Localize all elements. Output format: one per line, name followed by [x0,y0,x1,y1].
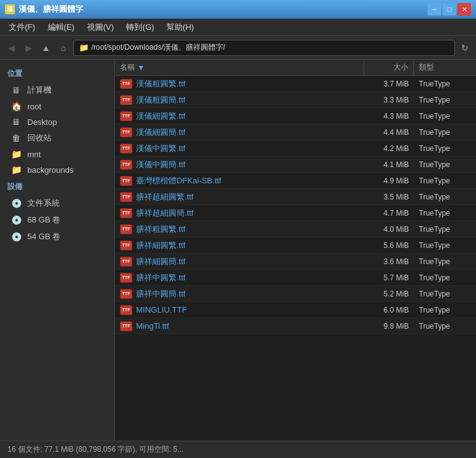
table-row[interactable]: TTF漢儀中圓繁.ttf4.2 MiBTrueType [115,140,476,157]
file-size-cell: 3.6 MiB [364,257,414,266]
sidebar-label-trash: 回收站 [27,132,52,144]
folder-backgrounds-icon: 📁 [10,165,22,175]
file-name-text: 漢儀粗圓簡.ttf [136,94,185,106]
status-bar: 16 個文件: 77.1 MiB (80,798,056 字節), 可用空間: … [0,441,476,458]
up-button[interactable]: ▲ [39,40,53,55]
table-row[interactable]: TTF漢儀粗圓簡.ttf3.3 MiBTrueType [115,92,476,108]
sidebar-section-devices: 設備 [0,178,114,195]
file-type-cell: TrueType [414,96,476,104]
ttf-icon: TTF [120,111,132,121]
file-type-cell: TrueType [414,112,476,121]
forward-button[interactable]: ▶ [21,40,36,55]
file-name-cell: TTF膳祥中圓簡.ttf [115,288,364,300]
monitor-icon: 🖥 [10,85,22,95]
toolbar: ◀ ▶ ▲ ⌂ 📁 /root/spot/Downloads/漢儀、膳祥圓體字/… [0,36,476,60]
file-name-cell: TTF膳祥粗圓繁.ttf [115,224,364,235]
minimize-button[interactable]: ─ [428,3,441,16]
sidebar-label-mnt: mnt [27,150,41,159]
table-row[interactable]: TTFMingTi.ttf9.8 MiBTrueType [115,318,476,334]
close-button[interactable]: ✕ [457,3,471,16]
column-name-header[interactable]: 名稱 ▼ [115,60,364,75]
desktop-icon: 🖥 [10,117,22,127]
file-name-text: 膳祥超細圓簡.ttf [136,208,193,219]
file-size-cell: 3.7 MiB [364,80,414,88]
table-row[interactable]: TTF膳祥中圓簡.ttf5.2 MiBTrueType [115,286,476,302]
file-type-cell: TrueType [414,193,476,201]
menu-help[interactable]: 幫助(H) [160,19,200,35]
file-size-cell: 3.3 MiB [364,96,414,104]
file-name-cell: TTF膳祥細圓繁.ttf [115,240,364,251]
table-row[interactable]: TTF漢儀細圓繁.ttf4.3 MiBTrueType [115,108,476,124]
ttf-icon: TTF [120,289,132,299]
column-size-header[interactable]: 大小 [364,60,414,75]
table-row[interactable]: TTF膳祥細圓繁.ttf5.6 MiBTrueType [115,237,476,254]
file-name-cell: TTF膳祥超細圓繁.ttf [115,191,364,203]
file-name-cell: TTF臺灣標楷體DFKai-SB.ttf [115,175,364,186]
table-row[interactable]: TTF臺灣標楷體DFKai-SB.ttf4.9 MiBTrueType [115,173,476,189]
file-name-cell: TTF漢儀中圓簡.ttf [115,159,364,170]
table-row[interactable]: TTF膳祥粗圓繁.ttf4.0 MiBTrueType [115,221,476,237]
sidebar-item-desktop[interactable]: 🖥 Desktop [2,114,112,129]
file-name-text: 漢儀中圓簡.ttf [136,159,185,170]
title-bar: 漢 漢儀、膳祥圓體字 ─ □ ✕ [0,0,476,19]
home-button[interactable]: ⌂ [56,40,71,55]
sidebar-item-trash[interactable]: 🗑 回收站 [2,130,112,146]
column-type-header[interactable]: 類型 [414,60,476,75]
file-name-text: 膳祥粗圓繁.ttf [136,224,185,235]
file-list: TTF漢儀粗圓繁.ttf3.7 MiBTrueTypeTTF漢儀粗圓簡.ttf3… [115,76,476,441]
table-row[interactable]: TTF漢儀中圓簡.ttf4.1 MiBTrueType [115,157,476,173]
main-area: 位置 🖥 計算機 🏠 root 🖥 Desktop 🗑 回收站 📁 mnt 📁 … [0,60,476,441]
file-name-text: 膳祥細圓簡.ttf [136,256,185,267]
menu-goto[interactable]: 轉到(G) [120,19,160,35]
file-size-cell: 5.2 MiB [364,290,414,298]
menu-edit[interactable]: 編輯(E) [42,19,81,35]
refresh-button[interactable]: ↻ [457,40,472,55]
sidebar: 位置 🖥 計算機 🏠 root 🖥 Desktop 🗑 回收站 📁 mnt 📁 … [0,60,115,441]
file-name-cell: TTF漢儀粗圓繁.ttf [115,78,364,89]
file-name-text: MINGLIU.TTF [136,305,187,314]
table-row[interactable]: TTF漢儀細圓簡.ttf4.4 MiBTrueType [115,124,476,140]
table-row[interactable]: TTF膳祥中圓繁.ttf5.7 MiBTrueType [115,270,476,286]
sidebar-label-computer: 計算機 [27,85,52,96]
window-title: 漢儀、膳祥圓體字 [19,4,83,15]
title-bar-controls: ─ □ ✕ [428,3,471,16]
sidebar-item-mnt[interactable]: 📁 mnt [2,147,112,162]
file-type-cell: TrueType [414,273,476,282]
menu-view[interactable]: 視圖(V) [81,19,120,35]
table-row[interactable]: TTF膳祥細圓簡.ttf3.6 MiBTrueType [115,254,476,270]
back-button[interactable]: ◀ [4,40,19,55]
sidebar-label-54gb: 54 GB 卷 [27,231,60,242]
table-row[interactable]: TTF膳祥超細圓繁.ttf3.5 MiBTrueType [115,189,476,205]
file-size-cell: 4.0 MiB [364,225,414,234]
file-type-cell: TrueType [414,257,476,266]
file-type-cell: TrueType [414,80,476,88]
file-size-cell: 4.3 MiB [364,112,414,121]
file-name-cell: TTF漢儀中圓繁.ttf [115,143,364,154]
title-bar-left: 漢 漢儀、膳祥圓體字 [5,4,83,15]
sidebar-item-root[interactable]: 🏠 root [2,99,112,114]
ttf-icon: TTF [120,273,132,283]
sidebar-item-filesystem[interactable]: 💿 文件系統 [2,195,112,211]
sidebar-label-backgrounds: backgrounds [27,165,73,175]
file-name-text: 膳祥中圓簡.ttf [136,288,185,300]
status-text: 16 個文件: 77.1 MiB (80,798,056 字節), 可用空間: … [7,444,183,455]
file-size-cell: 4.9 MiB [364,176,414,185]
menu-file[interactable]: 文件(F) [2,19,42,35]
sidebar-label-root: root [27,102,41,111]
maximize-button[interactable]: □ [442,3,456,16]
sidebar-item-backgrounds[interactable]: 📁 backgrounds [2,162,112,177]
menu-bar: 文件(F) 編輯(E) 視圖(V) 轉到(G) 幫助(H) [0,19,476,36]
table-row[interactable]: TTFMINGLIU.TTF6.0 MiBTrueType [115,302,476,318]
file-type-cell: TrueType [414,176,476,185]
table-row[interactable]: TTF漢儀粗圓繁.ttf3.7 MiBTrueType [115,76,476,92]
table-row[interactable]: TTF膳祥超細圓簡.ttf4.7 MiBTrueType [115,205,476,221]
sidebar-item-68gb[interactable]: 💿 68 GB 卷 [2,212,112,228]
address-bar[interactable]: 📁 /root/spot/Downloads/漢儀、膳祥圓體字/ [73,40,455,56]
ttf-icon: TTF [120,127,132,137]
sidebar-item-54gb[interactable]: 💿 54 GB 卷 [2,229,112,245]
column-name-label: 名稱 [120,62,135,73]
file-size-cell: 4.2 MiB [364,144,414,153]
file-name-cell: TTF膳祥中圓繁.ttf [115,272,364,283]
sidebar-item-computer[interactable]: 🖥 計算機 [2,82,112,98]
file-size-cell: 5.7 MiB [364,273,414,282]
